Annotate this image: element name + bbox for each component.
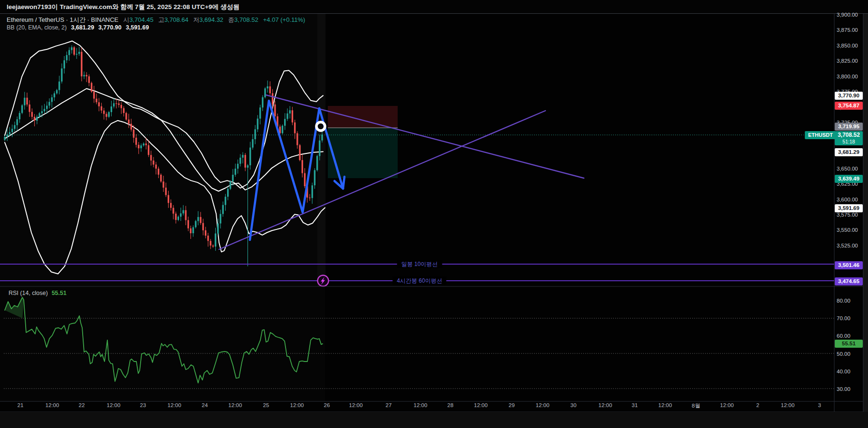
rsi-title: RSI (14, close) <box>9 290 48 296</box>
rsi-legend: RSI (14, close)55.51 <box>9 290 67 296</box>
price-axis-tag: 3,591.69 <box>835 204 863 212</box>
last-bar-highlight <box>317 13 326 286</box>
change-value: +4.07 (+0.11%) <box>263 16 305 23</box>
rsi-tick-label: 50.00 <box>837 350 865 358</box>
bb-value: 3,770.90 <box>98 24 122 31</box>
time-tick-label: 12:00 <box>168 402 181 408</box>
ohlc-pair: 고3,708.64 <box>158 16 189 23</box>
price-tick-label: 3,800.00 <box>837 73 865 80</box>
arrowhead-wing[interactable] <box>343 177 344 189</box>
rsi-tick-label: 60.00 <box>837 332 865 340</box>
price-axis-tag: 3,501.46 <box>835 261 863 269</box>
rsi-pane-bg <box>0 286 325 401</box>
time-tick-label: 28 <box>448 402 454 408</box>
time-tick-label: 26 <box>324 402 330 408</box>
time-tick-label: 29 <box>509 402 515 408</box>
rsi-axis-tag: 55.51 <box>835 340 863 348</box>
rsi-tick-label: 80.00 <box>837 297 865 304</box>
time-tick-label: 12:00 <box>290 402 304 408</box>
price-tick-label: 3,600.00 <box>837 196 865 203</box>
time-tick-label: 30 <box>571 402 577 408</box>
rsi-value: 55.51 <box>52 290 67 296</box>
time-tick-label: 22 <box>79 402 85 408</box>
price-axis-tag: 3,770.90 <box>835 92 863 100</box>
time-tick-label: 2 <box>756 402 759 408</box>
position-stop-zone[interactable] <box>328 106 398 128</box>
time-tick-label: 21 <box>18 402 24 408</box>
price-tick-label: 3,900.00 <box>837 11 865 19</box>
rsi-tick-label: 70.00 <box>837 314 865 322</box>
price-tick-label: 3,825.00 <box>837 57 865 65</box>
price-tick-label: 3,875.00 <box>837 26 865 34</box>
price-axis-tag: 3,719.95 <box>835 123 863 131</box>
rsi-tick-label: 40.00 <box>837 368 865 375</box>
time-tick-label: 24 <box>202 402 208 408</box>
bb-legend: BB (20, EMA, close, 2)3,681.293,770.903,… <box>7 24 149 31</box>
symbol-title: Ethereum / TetherUS · 1시간 · BINANCE <box>7 16 118 23</box>
bb-value: 3,591.69 <box>126 24 149 31</box>
symbol-flag: ETHUSDT <box>805 131 836 139</box>
time-tick-label: 12:00 <box>474 402 488 408</box>
time-tick-label: 3 <box>818 402 821 408</box>
time-tick-label: 12:00 <box>349 402 363 408</box>
ma-line-label: 일봉 10이평선 <box>397 260 442 268</box>
time-tick-label: 25 <box>263 402 269 408</box>
price-axis-tag: 3,474.65 <box>835 277 863 285</box>
time-tick-label: 12:00 <box>720 402 734 408</box>
chart-canvas[interactable] <box>0 0 868 428</box>
ohlc-pair: 저3,694.32 <box>193 16 224 23</box>
current-price-tag: 3,708.5251:18 <box>835 131 863 145</box>
ma-line-label: 4시간봉 60이평선 <box>392 277 446 285</box>
attribution-bar: leejaewon7193이 TradingView.com와 함께 7월 25… <box>0 0 868 14</box>
price-tick-label: 3,650.00 <box>837 165 865 172</box>
symbol-legend: Ethereum / TetherUS · 1시간 · BINANCE시3,70… <box>7 16 305 24</box>
ohlc-pair: 종3,708.52 <box>228 16 258 23</box>
bb-values: 3,681.293,770.903,591.69 <box>67 24 149 31</box>
price-axis-tag: 3,639.49 <box>835 175 863 183</box>
time-tick-label: 12:00 <box>46 402 59 408</box>
time-tick-label: 12:00 <box>658 402 672 408</box>
attribution-text: leejaewon7193이 TradingView.com와 함께 7월 25… <box>7 3 239 11</box>
watermark-bar: TradingView <box>0 412 868 428</box>
time-tick-label: 23 <box>140 402 146 408</box>
bb-title: BB (20, EMA, close, 2) <box>7 24 67 31</box>
time-tick-label: 12:00 <box>599 402 612 408</box>
bb-value: 3,681.29 <box>71 24 94 31</box>
price-tick-label: 3,525.00 <box>837 242 865 249</box>
ohlc-pair: 시3,704.45 <box>123 16 153 23</box>
ohlc-values: 시3,704.45고3,708.64저3,694.32종3,708.52 <box>118 16 258 23</box>
time-tick-label: 31 <box>632 402 638 408</box>
time-tick-label: 12:00 <box>536 402 550 408</box>
time-tick-label: 12:00 <box>229 402 242 408</box>
price-tick-label: 3,550.00 <box>837 226 865 234</box>
price-tick-label: 3,850.00 <box>837 42 865 49</box>
price-axis-tag: 3,754.87 <box>835 102 863 110</box>
time-tick-label: 12:00 <box>107 402 121 408</box>
price-axis-tag: 3,681.29 <box>835 148 863 156</box>
time-tick-label: 8월 <box>692 402 700 409</box>
time-tick-label: 12:00 <box>414 402 428 408</box>
rsi-tick-label: 30.00 <box>837 385 865 393</box>
time-tick-label: 27 <box>386 402 392 408</box>
time-tick-label: 12:00 <box>781 402 795 408</box>
tradingview-chart-screenshot: leejaewon7193이 TradingView.com와 함께 7월 25… <box>0 0 868 428</box>
price-pane-bg <box>0 13 325 286</box>
